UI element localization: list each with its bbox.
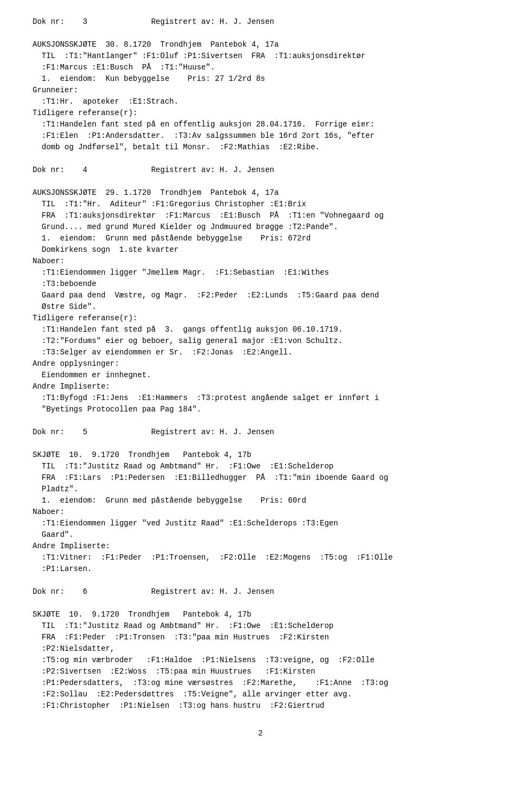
page-number: 2 (33, 728, 488, 739)
page-content: Dok nr: 3 Registrert av: H. J. Jensen AU… (33, 16, 488, 712)
